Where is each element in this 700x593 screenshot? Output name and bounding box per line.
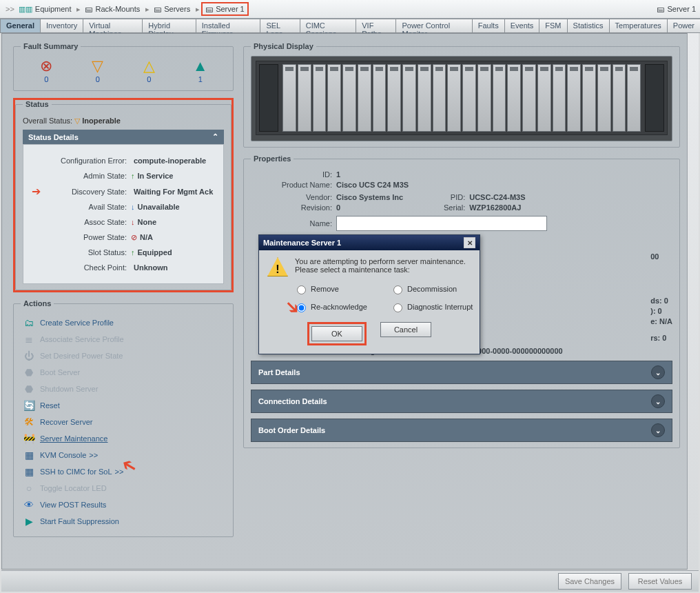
drive-bay[interactable] (493, 64, 506, 132)
tab-events[interactable]: Events (504, 19, 540, 32)
drive-bay[interactable] (418, 64, 431, 132)
fault-major-icon[interactable]: ▽ 0 (77, 59, 119, 83)
tab-vif-paths[interactable]: VIF Paths (356, 19, 396, 32)
tab-temperatures[interactable]: Temperatures (609, 19, 668, 32)
drive-bay[interactable] (282, 64, 296, 132)
status-key: Avail State: (44, 203, 127, 211)
kvm-icon: ▦ (22, 450, 36, 461)
drive-bay[interactable] (327, 64, 341, 132)
status-value: In Service (138, 172, 174, 180)
fault-minor-icon[interactable]: △ 0 (128, 59, 169, 83)
radio-input[interactable] (297, 285, 306, 294)
cancel-button[interactable]: Cancel (380, 322, 431, 337)
fault-critical-icon[interactable]: ⊗ 0 (25, 59, 67, 83)
tab-power-control-monitor[interactable]: Power Control Monitor (395, 19, 472, 32)
tab-hybrid-display[interactable]: Hybrid Display (142, 19, 196, 32)
status-details-title: Status Details (28, 133, 79, 141)
action-start-fault-suppression[interactable]: ▶ Start Fault Suppression (21, 513, 226, 530)
drive-bay[interactable] (447, 64, 461, 132)
drive-bay[interactable] (537, 64, 551, 132)
status-glyph-icon: ↑ (131, 172, 135, 180)
drive-bay[interactable] (567, 64, 581, 132)
tab-installed-firmware[interactable]: Installed Firmware (196, 19, 261, 32)
rack-icon: 🖴 (85, 5, 92, 13)
breadcrumb-rackmounts[interactable]: 🖴 Rack-Mounts (82, 3, 143, 14)
prop-trail-e: e: N/A (650, 317, 672, 325)
radio-input[interactable] (393, 303, 402, 312)
accordion-part-details[interactable]: Part Details ⌄ (251, 361, 672, 384)
name-input[interactable] (336, 216, 547, 231)
drive-bay[interactable] (433, 64, 446, 132)
drive-bay[interactable] (387, 64, 401, 132)
status-details-header[interactable]: Status Details ⌃ (23, 130, 224, 144)
action-view-post-results[interactable]: 👁 View POST Results (21, 496, 226, 513)
overall-status-label: Overall Status: (23, 117, 72, 125)
action-set-desired-power-state: ⏻ Set Desired Power State (21, 348, 226, 364)
drive-bay[interactable] (313, 64, 327, 132)
reset-values-button[interactable]: Reset Values (628, 573, 692, 590)
fault-warning-icon[interactable]: ▲ 1 (180, 59, 221, 83)
close-icon[interactable]: ✕ (464, 237, 475, 248)
drive-bay[interactable] (358, 64, 371, 132)
tab-power[interactable]: Power (667, 19, 700, 32)
chevron-down-icon: ⌄ (651, 394, 665, 408)
radio-input[interactable] (297, 303, 306, 312)
create-profile-icon: 🗂 (22, 317, 36, 328)
drive-bay[interactable] (462, 64, 476, 132)
action-server-maintenance[interactable]: 🚧 Server Maintenance (21, 430, 226, 447)
ok-button[interactable]: OK (311, 326, 362, 341)
accordion-connection-details[interactable]: Connection Details ⌄ (251, 390, 672, 413)
prop-vendor-k: Vendor: (251, 193, 332, 201)
drive-bay[interactable] (477, 64, 491, 132)
action-kvm-console[interactable]: ▦ KVM Console >> (21, 447, 226, 463)
drive-bay[interactable] (507, 64, 521, 132)
status-row: · Check Point: Unknown (30, 261, 216, 274)
action-label: SSH to CIMC for SoL (40, 468, 112, 476)
maint-option-re-acknowledge[interactable]: Re-acknowledge (294, 301, 390, 312)
breadcrumb-servers[interactable]: 🖴 Servers (151, 3, 193, 14)
dialog-titlebar[interactable]: Maintenance Server 1 ✕ (259, 235, 480, 250)
tab-sel-logs[interactable]: SEL Logs (260, 19, 300, 32)
tab-inventory[interactable]: Inventory (40, 19, 83, 32)
drive-bay[interactable] (582, 64, 596, 132)
drive-bay[interactable] (402, 64, 416, 132)
drive-bay[interactable] (373, 64, 387, 132)
action-boot-server: ⬣ Boot Server (21, 364, 226, 381)
accordion-boot-order-details[interactable]: Boot Order Details ⌄ (251, 419, 672, 442)
action-recover-server[interactable]: 🛠 Recover Server (21, 414, 226, 430)
breadcrumb-equipment[interactable]: ▥▥ Equipment (16, 3, 74, 15)
maint-option-decommission[interactable]: Decommission (390, 283, 500, 294)
action-reset[interactable]: 🔄 Reset (21, 397, 226, 414)
maint-option-remove[interactable]: Remove (294, 283, 390, 294)
action-label: Set Desired Power State (40, 352, 123, 360)
tab-general[interactable]: General (0, 19, 41, 32)
breadcrumb-server1[interactable]: 🖴 Server 1 (201, 2, 249, 16)
drive-bay[interactable] (298, 64, 311, 132)
vertical-scrollbar[interactable] (687, 33, 699, 570)
fault-count: 1 (198, 75, 203, 83)
actions-title: Actions (21, 299, 54, 308)
radio-input[interactable] (393, 285, 402, 294)
breadcrumb-right-label: Server 1 (667, 5, 696, 13)
action-label: Associate Service Profile (40, 335, 124, 343)
prop-rev-k: Revision: (251, 203, 332, 212)
maint-option-diagnostic-interrupt[interactable]: Diagnostic Interrupt (390, 301, 500, 312)
drive-bay[interactable] (612, 64, 626, 132)
breadcrumb-sep: ▸ (196, 5, 200, 14)
tab-virtual-machines[interactable]: Virtual Machines (83, 19, 143, 32)
drive-bay[interactable] (597, 64, 611, 132)
drive-bay[interactable] (627, 64, 641, 132)
server-chassis[interactable] (251, 56, 672, 141)
drive-bay[interactable] (342, 64, 356, 132)
action-label: Create Service Profile (40, 319, 114, 327)
action-ssh-to-cimc-for-sol[interactable]: ▦ SSH to CIMC for SoL >> (21, 463, 226, 480)
tab-cimc-sessions[interactable]: CIMC Sessions (300, 19, 357, 32)
drive-bay[interactable] (553, 64, 566, 132)
tab-faults[interactable]: Faults (472, 19, 505, 32)
tab-statistics[interactable]: Statistics (567, 19, 610, 32)
fault-summary-title: Fault Summary (21, 42, 81, 50)
tab-fsm[interactable]: FSM (539, 19, 567, 32)
drive-bay[interactable] (522, 64, 536, 132)
action-create-service-profile[interactable]: 🗂 Create Service Profile (21, 314, 226, 331)
save-changes-button[interactable]: Save Changes (558, 573, 621, 590)
